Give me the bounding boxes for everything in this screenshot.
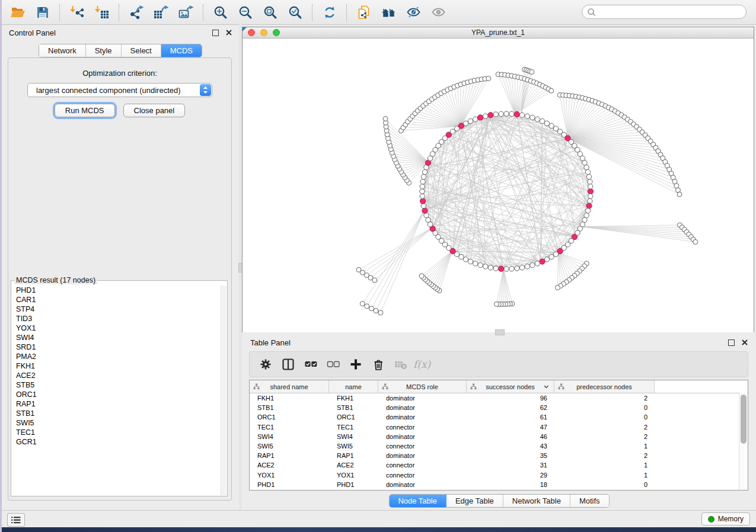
task-history-button[interactable] <box>7 513 25 527</box>
save-session-button[interactable] <box>30 2 55 23</box>
cell-shared-name[interactable]: STB1 <box>250 404 329 411</box>
cell-MCDS-role[interactable]: connector <box>378 443 467 450</box>
mcds-node-item[interactable]: FKH1 <box>12 361 221 371</box>
mcds-node-item[interactable]: STB5 <box>12 380 221 390</box>
table-scrollbar-thumb[interactable] <box>741 395 747 444</box>
column-header-name[interactable]: name <box>329 380 378 393</box>
apply-layout-button[interactable] <box>317 2 342 23</box>
mcds-node-item[interactable]: TEC1 <box>12 428 221 437</box>
zoom-selected-button[interactable] <box>283 2 308 23</box>
network-canvas[interactable] <box>243 39 754 332</box>
table-row[interactable]: SWI4SWI4dominator462 <box>250 432 748 441</box>
mcds-node-item[interactable]: ORC1 <box>12 390 221 399</box>
cell-successor-nodes[interactable]: 31 <box>467 462 554 469</box>
cell-shared-name[interactable]: TEC1 <box>250 424 329 431</box>
close-panel-button[interactable]: Close panel <box>123 104 186 117</box>
mcds-result-list[interactable]: PHD1CAR1STP4TID3YOX1SWI4SRD1PMA2FKH1ACE2… <box>12 286 221 495</box>
cell-name[interactable]: SWI4 <box>329 433 378 440</box>
cell-predecessor-nodes[interactable]: 2 <box>554 452 655 459</box>
cell-name[interactable]: ORC1 <box>329 414 378 421</box>
zoom-in-button[interactable] <box>208 2 233 23</box>
float-table-panel-icon[interactable] <box>728 339 735 346</box>
cell-shared-name[interactable]: RAP1 <box>250 452 329 459</box>
table-row[interactable]: YOX1YOX1connector291 <box>250 470 748 480</box>
search-box[interactable] <box>582 5 747 19</box>
mcds-node-item[interactable]: CAR1 <box>12 295 221 305</box>
optimization-criterion-select[interactable]: largest connected component (undirected) <box>27 83 212 97</box>
deselect-all-columns-button[interactable] <box>322 354 344 375</box>
export-table-button[interactable] <box>149 2 174 23</box>
table-scrollbar[interactable] <box>739 393 748 490</box>
cell-predecessor-nodes[interactable]: 1 <box>554 443 655 450</box>
cell-shared-name[interactable]: FKH1 <box>250 395 329 402</box>
column-header-MCDS-role[interactable]: MCDS role <box>378 380 467 393</box>
export-network-button[interactable] <box>124 2 149 23</box>
mcds-node-item[interactable]: GCR1 <box>12 437 221 447</box>
cell-shared-name[interactable]: SWI5 <box>250 443 329 450</box>
mcds-node-item[interactable]: ACE2 <box>12 371 221 380</box>
cell-MCDS-role[interactable]: connector <box>378 462 467 469</box>
cell-name[interactable]: TEC1 <box>329 424 378 431</box>
close-window-icon[interactable] <box>248 29 255 36</box>
cell-predecessor-nodes[interactable]: 2 <box>554 424 655 431</box>
mcds-node-item[interactable]: YOX1 <box>12 323 221 333</box>
cell-successor-nodes[interactable]: 61 <box>467 414 554 421</box>
cell-MCDS-role[interactable]: dominator <box>378 481 467 488</box>
open-file-button[interactable] <box>5 2 30 23</box>
cell-name[interactable]: FKH1 <box>329 395 378 402</box>
column-header-predecessor-nodes[interactable]: predecessor nodes <box>554 380 655 393</box>
cell-predecessor-nodes[interactable]: 2 <box>554 395 655 402</box>
maximize-window-icon[interactable] <box>273 29 280 36</box>
cell-MCDS-role[interactable]: dominator <box>378 433 467 440</box>
run-mcds-button[interactable]: Run MCDS <box>55 104 115 117</box>
cell-name[interactable]: PHD1 <box>329 481 378 488</box>
cell-name[interactable]: ACE2 <box>329 462 378 469</box>
close-table-panel-icon[interactable] <box>742 339 748 345</box>
table-row[interactable]: PHD1PHD1dominator180 <box>250 480 748 489</box>
cell-MCDS-role[interactable]: connector <box>378 424 467 431</box>
cell-successor-nodes[interactable]: 47 <box>467 424 554 431</box>
cell-name[interactable]: STB1 <box>329 404 378 411</box>
mcds-node-item[interactable]: STP4 <box>12 305 221 314</box>
column-header-successor-nodes[interactable]: successor nodes <box>467 380 554 393</box>
cell-successor-nodes[interactable]: 35 <box>467 452 554 459</box>
mcds-node-item[interactable]: SWI4 <box>12 333 221 342</box>
cell-successor-nodes[interactable]: 96 <box>467 395 554 402</box>
cell-predecessor-nodes[interactable]: 0 <box>554 481 655 488</box>
first-neighbors-button[interactable] <box>377 2 401 23</box>
table-tab-network-table[interactable]: Network Table <box>503 495 570 507</box>
table-row[interactable]: FKH1FKH1dominator962 <box>250 393 748 403</box>
search-input[interactable] <box>598 7 746 17</box>
table-tab-node-table[interactable]: Node Table <box>389 495 446 507</box>
network-window-titlebar[interactable]: YPA_prune.txt_1 <box>243 27 754 39</box>
table-row[interactable]: TEC1TEC1connector472 <box>250 422 748 432</box>
cell-name[interactable]: RAP1 <box>329 452 378 459</box>
cell-name[interactable]: YOX1 <box>329 472 378 479</box>
export-image-button[interactable] <box>174 2 199 23</box>
cell-shared-name[interactable]: ACE2 <box>250 462 329 469</box>
delete-column-button[interactable] <box>367 354 390 375</box>
mcds-node-item[interactable]: STB1 <box>12 409 221 418</box>
mcds-node-item[interactable]: PHD1 <box>12 286 221 295</box>
import-table-button[interactable] <box>90 2 114 23</box>
cell-shared-name[interactable]: PHD1 <box>250 481 329 488</box>
mcds-node-item[interactable]: RAP1 <box>12 399 221 409</box>
table-row[interactable]: STB1STB1dominator620 <box>250 403 748 412</box>
cell-predecessor-nodes[interactable]: 1 <box>554 462 655 469</box>
table-tab-motifs[interactable]: Motifs <box>570 495 609 507</box>
tab-style[interactable]: Style <box>86 44 122 57</box>
table-row[interactable]: ORC1ORC1dominator610 <box>250 412 748 422</box>
mcds-node-item[interactable]: PMA2 <box>12 352 221 361</box>
cell-predecessor-nodes[interactable]: 2 <box>554 433 655 440</box>
cell-MCDS-role[interactable]: dominator <box>378 395 467 402</box>
mcds-list-scrollbar[interactable] <box>221 286 227 495</box>
cell-predecessor-nodes[interactable]: 1 <box>554 472 655 479</box>
tab-select[interactable]: Select <box>122 44 161 57</box>
tab-network[interactable]: Network <box>39 44 86 57</box>
cell-predecessor-nodes[interactable]: 0 <box>554 404 655 411</box>
select-all-columns-button[interactable] <box>299 354 322 375</box>
cell-MCDS-role[interactable]: dominator <box>378 452 467 459</box>
close-panel-icon[interactable] <box>226 30 232 36</box>
mcds-node-item[interactable]: TID3 <box>12 314 221 323</box>
hide-selected-button[interactable] <box>401 2 426 23</box>
